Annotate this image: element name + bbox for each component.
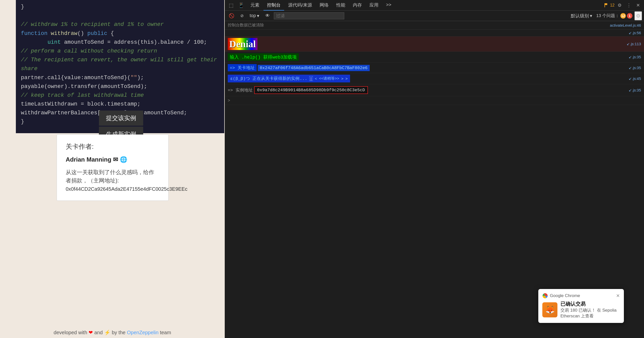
warn-flag-icon xyxy=(604,3,609,8)
tab-performance[interactable]: 性能 xyxy=(333,0,349,11)
main-content: } // withdraw 1% to recipient and 1% to … xyxy=(0,0,225,338)
email-icon: ✉ xyxy=(113,156,118,163)
more-options-icon[interactable]: ⋮ xyxy=(625,1,633,10)
addr-banner: => 关卡地址 xyxy=(228,64,257,71)
submit-button[interactable]: 提交该实例 xyxy=(99,111,143,126)
context-selector[interactable]: top ▾ xyxy=(248,12,261,20)
source-link-45[interactable]: ↙.js:45 xyxy=(629,76,641,81)
source-link-35a[interactable]: ↙.js:35 xyxy=(629,55,641,59)
tab-more[interactable]: >> xyxy=(383,0,395,10)
chrome-logo-icon xyxy=(542,293,548,299)
source-link-35b[interactable]: ↙.js:35 xyxy=(629,66,641,70)
waiting-banner: ε(β_β)つ 正在从关卡获得新的实例... | < <<请稍等>> > > xyxy=(228,75,350,82)
waiting-arrows2: > xyxy=(346,76,348,81)
instance-label: => 实例地址 xyxy=(228,87,253,93)
console-spacer xyxy=(225,105,644,206)
cleared-text: 控制台数据已被清除 xyxy=(228,23,264,28)
expand-row: > xyxy=(225,96,644,105)
denial-row: Denial ↙.js:113 xyxy=(225,36,644,52)
addr-value-banner: 0x2427aF06f748A6adb651aCaB0cA8FbC7BaF802… xyxy=(258,65,369,71)
help-msg-row: 输入 .help() 获得web3加载项 ↙.js:35 xyxy=(225,52,644,63)
clear-console-button[interactable]: 🚫 xyxy=(227,12,236,20)
notification-sub: 交易 180 已确认！ 在 Sepolia Etherscan 上查看 xyxy=(560,307,620,319)
warn-section: 12 xyxy=(604,3,615,8)
waiting-wait: <<请稍等>> xyxy=(319,76,339,81)
notification-header: Google Chrome ✕ xyxy=(542,293,620,299)
openzeppelin-link[interactable]: OpenZeppelin xyxy=(127,330,159,335)
tab-elements[interactable]: 元素 xyxy=(247,0,263,11)
notification-main: 已确认交易 xyxy=(560,301,620,307)
addr-arrow: => 关卡地址 xyxy=(230,66,255,70)
author-title: 关卡作者: xyxy=(66,142,160,151)
notification-close-button[interactable]: ✕ xyxy=(616,293,620,299)
context-label: top xyxy=(250,13,256,18)
expand-arrow-icon[interactable]: > xyxy=(228,98,230,103)
waiting-chevrons: < xyxy=(315,76,317,81)
settings-icon[interactable]: ⚙ xyxy=(616,1,624,10)
waiting-row: ε(β_β)つ 正在从关卡获得新的实例... | < <<请稍等>> > > ↙… xyxy=(225,73,644,84)
notification-text: 已确认交易 交易 180 已确认！ 在 Sepolia Etherscan 上查… xyxy=(560,301,620,319)
instance-addr-inner: => 实例地址 0x9a7d8c249B9014B8a685D98Db9f9c2… xyxy=(228,86,368,94)
author-description: 从这一关获取到了什么灵感吗，给作者捐款，（主网地址): 0x0f44CD2Ca9… xyxy=(66,168,160,193)
tab-application[interactable]: 应用 xyxy=(366,0,382,11)
chevron-down-icon: ▾ xyxy=(257,13,259,19)
console-settings-button[interactable]: ⚙ xyxy=(634,11,642,20)
denial-text: Denial xyxy=(229,39,256,49)
footer-text-before: developed with xyxy=(54,330,87,335)
chevron-down-icon-2: ▾ xyxy=(590,13,592,19)
tab-sources[interactable]: 源代码/来源 xyxy=(285,0,316,11)
author-name: Adrian Manning ✉ 🌐 xyxy=(66,156,160,163)
code-line: // withdraw 1% to recipient and 1% to ow… xyxy=(21,20,219,29)
waiting-face: ε(β_β)つ 正在从关卡获得新的实例... xyxy=(230,76,307,81)
devtools-tabs-bar: ⬚ 📱 元素 控制台 源代码/来源 网络 性能 内存 应用 >> 12 ⚙ ⋮ … xyxy=(225,0,644,11)
level-addr-row: => 关卡地址 0x2427aF06f748A6adb651aCaB0cA8Fb… xyxy=(225,63,644,73)
metamask-icon: 🦊 xyxy=(542,302,557,317)
activate-link[interactable]: activateLevel.js:46 xyxy=(610,23,641,27)
level-selector[interactable]: 默认级别 ▾ xyxy=(569,12,594,20)
chrome-notification: Google Chrome ✕ 🦊 已确认交易 交易 180 已确认！ 在 Se… xyxy=(538,289,624,323)
err-badge: 1 xyxy=(627,13,632,19)
filter-toggle-button[interactable]: ⊘ xyxy=(238,12,246,19)
code-line xyxy=(21,11,219,20)
mobile-icon[interactable]: 📱 xyxy=(236,1,246,10)
denial-gradient-bg: Denial xyxy=(228,38,257,50)
notification-app-name: Google Chrome xyxy=(550,293,580,298)
source-link-113[interactable]: ↙.js:113 xyxy=(627,42,641,46)
instance-addr-box: 0x9a7d8c249B9014B8a685D98Db9f9c250c8C3e5… xyxy=(254,86,368,94)
tab-console[interactable]: 控制台 xyxy=(263,0,284,11)
code-line: } xyxy=(21,3,219,11)
code-line: // The recipient can revert, the owner w… xyxy=(21,56,219,73)
source-link-35c[interactable]: ↙.js:35 xyxy=(629,88,641,92)
code-line: // keep track of last withdrawal time xyxy=(21,91,219,100)
console-toolbar: 🚫 ⊘ top ▾ 👁 默认级别 ▾ 13 个问题： 12 1 ⚙ xyxy=(225,11,644,21)
denial-banner-content: Denial xyxy=(228,38,257,50)
code-line: partner.call{value:amountToSend}(""); xyxy=(21,73,219,82)
level-addr-content: => 关卡地址 0x2427aF06f748A6adb651aCaB0cA8Fb… xyxy=(228,64,370,71)
level-label: 默认级别 xyxy=(571,13,589,19)
metamask-fox-glyph: 🦊 xyxy=(545,305,555,314)
tab-memory[interactable]: 内存 xyxy=(349,0,365,11)
bolt-icon: ⚡ xyxy=(104,330,112,335)
filter-input[interactable] xyxy=(274,12,344,19)
source-link-56[interactable]: ↙.js:56 xyxy=(629,31,641,35)
issue-badge: 13 个问题： 12 1 xyxy=(596,13,632,19)
instance-addr-value: 0x9a7d8c249B9014B8a685D98Db9f9c250c8C3e5… xyxy=(257,88,365,92)
author-address: 0x0f44CD2Ca92645Ada2E47155e4dFC0025c3E9E… xyxy=(66,186,187,192)
instance-addr-content: => 实例地址 0x9a7d8c249B9014B8a685D98Db9f9c2… xyxy=(228,86,368,94)
green-help-msg: 输入 .help() 获得web3加载项 xyxy=(228,53,299,61)
inspect-icon[interactable]: ⬚ xyxy=(227,1,236,10)
notification-body: 🦊 已确认交易 交易 180 已确认！ 在 Sepolia Etherscan … xyxy=(542,301,620,319)
devtools-right-icons: 12 ⚙ ⋮ ✕ xyxy=(604,1,642,10)
code-line: function withdraw() public { xyxy=(21,29,219,38)
footer-and: and xyxy=(94,330,103,335)
footer-by: by the xyxy=(112,330,125,335)
eye-icon[interactable]: 👁 xyxy=(263,12,272,19)
console-cleared-row: 控制台数据已被清除 activateLevel.js:46 xyxy=(225,21,644,30)
tab-network[interactable]: 网络 xyxy=(316,0,332,11)
console-row-js56: ↙.js:56 xyxy=(225,30,644,36)
devtools-panel: ⬚ 📱 元素 控制台 源代码/来源 网络 性能 内存 应用 >> 12 ⚙ ⋮ … xyxy=(225,0,644,338)
warn-badge: 12 xyxy=(620,13,626,19)
heart-icon: ❤ xyxy=(89,330,94,335)
close-devtools-icon[interactable]: ✕ xyxy=(634,1,642,10)
waiting-sep: | xyxy=(309,76,313,81)
